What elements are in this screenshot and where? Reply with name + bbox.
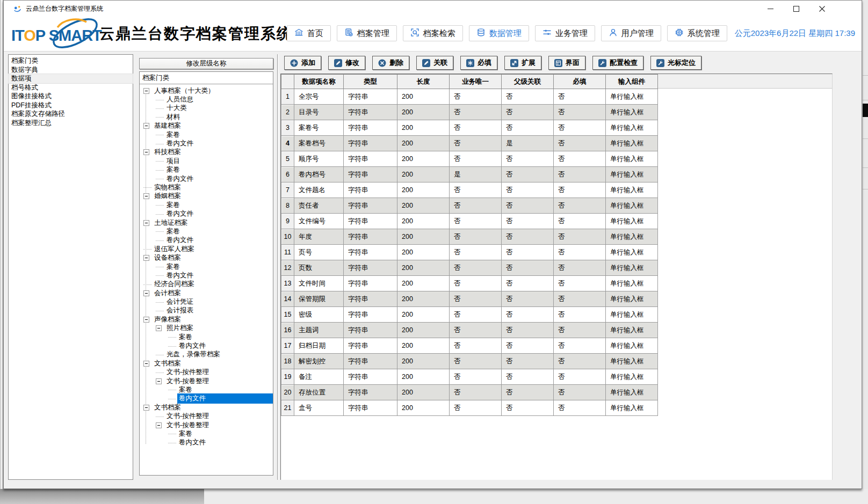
tree-node[interactable]: 卷内文件 (140, 236, 273, 245)
tree-node[interactable]: 人事档案（十大类） (140, 86, 273, 95)
table-row[interactable]: 11页号字符串200否否否单行输入框 (281, 245, 658, 260)
tree-node[interactable]: 卷内文件 (140, 209, 273, 218)
tree-node[interactable]: 声像档案 (140, 315, 273, 324)
tree-node[interactable]: 卷内文件 (140, 271, 273, 280)
tree-node[interactable]: 实物档案 (140, 183, 273, 192)
tree-node[interactable]: 卷内文件 (140, 395, 273, 403)
collapse-expander-icon[interactable] (143, 193, 149, 199)
tree-node[interactable]: 文书-按件整理 (140, 368, 273, 377)
sidebar-item-8[interactable]: 档案整理汇总 (9, 119, 133, 128)
row-number-cell[interactable]: 12 (281, 260, 294, 276)
tree-node[interactable]: 经济合同档案 (140, 280, 273, 289)
tree-node[interactable]: 文书-按卷整理 (140, 377, 273, 385)
tree-node[interactable]: 文书档案 (140, 403, 273, 412)
tree-node[interactable]: 卷内文件 (140, 139, 273, 148)
collapse-expander-icon[interactable] (143, 220, 149, 226)
row-number-cell[interactable]: 10 (281, 229, 294, 245)
collapse-expander-icon[interactable] (143, 317, 149, 323)
table-row[interactable]: 4案卷档号字符串200否是否单行输入框 (281, 136, 658, 151)
nav-archive-search[interactable]: 档案检索 (403, 25, 463, 41)
row-number-cell[interactable]: 20 (281, 385, 294, 400)
tree-node[interactable]: 人员信息 (140, 95, 273, 104)
row-number-cell[interactable]: 11 (281, 245, 294, 260)
row-number-cell[interactable]: 5 (281, 151, 294, 167)
nav-archive-management[interactable]: 档案管理 (337, 25, 397, 41)
row-number-cell[interactable]: 9 (281, 214, 294, 229)
tree-node[interactable]: 卷内文件 (140, 341, 273, 350)
tree-node[interactable]: 项目 (140, 157, 273, 165)
table-row[interactable]: 14保管期限字符串200否否否单行输入框 (281, 291, 658, 307)
cursor-locate-button[interactable]: 光标定位 (650, 56, 701, 70)
tree-node[interactable]: 十大类 (140, 104, 273, 113)
table-row[interactable]: 5顺序号字符串200否否否单行输入框 (281, 151, 658, 167)
table-row[interactable]: 2目录号字符串200否否否单行输入框 (281, 105, 658, 120)
tree-node[interactable]: 案卷 (140, 227, 273, 236)
table-row[interactable]: 6卷内档号字符串200是否否单行输入框 (281, 167, 658, 182)
tree-node[interactable]: 卷内文件 (140, 439, 273, 447)
row-number-cell[interactable]: 14 (281, 291, 294, 307)
table-row[interactable]: 20存放位置字符串200否否否单行输入框 (281, 385, 658, 400)
table-row[interactable]: 8责任者字符串200否否否单行输入框 (281, 198, 658, 214)
tree-node[interactable]: 科技档案 (140, 148, 273, 157)
sidebar-item-5[interactable]: 图像挂接格式 (9, 92, 133, 101)
collapse-expander-icon[interactable] (143, 290, 149, 296)
row-number-cell[interactable]: 8 (281, 198, 294, 214)
sidebar-item-7[interactable]: 档案原文存储路径 (9, 109, 133, 119)
row-number-cell[interactable]: 17 (281, 338, 294, 354)
relate-button[interactable]: 关联 (416, 56, 453, 70)
sidebar-item-3[interactable]: 数据项 (9, 74, 133, 83)
interface-button[interactable]: 界面 (548, 56, 585, 70)
rename-level-button[interactable]: 修改层级名称 (139, 58, 273, 69)
nav-home[interactable]: 首页 (287, 25, 331, 41)
tree-node[interactable]: 案卷 (140, 166, 273, 174)
tree-node[interactable]: 基建档案 (140, 122, 273, 130)
table-row[interactable]: 3案卷号字符串200否否否单行输入框 (281, 120, 658, 136)
tree-node[interactable]: 案卷 (140, 429, 273, 438)
tree-node[interactable]: 案卷 (140, 262, 273, 271)
table-row[interactable]: 1全宗号字符串200否否否单行输入框 (281, 89, 658, 105)
table-row[interactable]: 18解密划控字符串200否否否单行输入框 (281, 354, 658, 369)
table-row[interactable]: 7文件题名字符串200否否否单行输入框 (281, 182, 658, 198)
sidebar-item-1[interactable]: 档案门类 (9, 56, 133, 65)
collapse-expander-icon[interactable] (143, 405, 149, 411)
row-number-cell[interactable]: 16 (281, 323, 294, 338)
nav-system-management[interactable]: 系统管理 (667, 25, 727, 41)
tree-node[interactable]: 会计报表 (140, 306, 273, 315)
table-row[interactable]: 13文件时间字符串200否否否单行输入框 (281, 276, 658, 291)
add-button[interactable]: 添加 (284, 56, 321, 70)
collapse-expander-icon[interactable] (143, 361, 149, 367)
collapse-expander-icon[interactable] (156, 422, 162, 428)
row-number-cell[interactable]: 15 (281, 307, 294, 323)
tree-node[interactable]: 土地证档案 (140, 218, 273, 227)
tree-node[interactable]: 文书-按件整理 (140, 412, 273, 420)
row-number-cell[interactable]: 7 (281, 182, 294, 198)
collapse-expander-icon[interactable] (143, 255, 149, 261)
tree-node[interactable]: 光盘，录像带档案 (140, 350, 273, 359)
tree-node[interactable]: 会计档案 (140, 289, 273, 297)
tree-node[interactable]: 会计凭证 (140, 297, 273, 306)
sidebar-item-6[interactable]: PDF挂接格式 (9, 101, 133, 110)
panel-splitter[interactable] (277, 54, 278, 480)
maximize-button[interactable] (783, 1, 809, 17)
row-number-cell[interactable]: 13 (281, 276, 294, 291)
nav-user-management[interactable]: 用户管理 (601, 25, 661, 41)
config-check-button[interactable]: 配置检查 (592, 56, 643, 70)
table-row[interactable]: 17归档日期字符串200否否否单行输入框 (281, 338, 658, 354)
table-row[interactable]: 10年度字符串200否否否单行输入框 (281, 229, 658, 245)
collapse-expander-icon[interactable] (143, 149, 149, 155)
row-number-cell[interactable]: 1 (281, 89, 294, 105)
table-row[interactable]: 12页数字符串200否否否单行输入框 (281, 260, 658, 276)
collapse-expander-icon[interactable] (156, 325, 162, 331)
table-row[interactable]: 16主题词字符串200否否否单行输入框 (281, 323, 658, 338)
tree-node[interactable]: 案卷 (140, 130, 273, 139)
sidebar-item-4[interactable]: 档号格式 (9, 83, 133, 92)
table-row[interactable]: 21盒号字符串200否否否单行输入框 (281, 400, 658, 416)
nav-business-management[interactable]: 业务管理 (535, 25, 595, 41)
table-row[interactable]: 9文件编号字符串200否否否单行输入框 (281, 214, 658, 229)
row-number-cell[interactable]: 2 (281, 105, 294, 120)
close-button[interactable] (809, 1, 835, 17)
collapse-expander-icon[interactable] (156, 378, 162, 384)
tree-node[interactable]: 退伍军人档案 (140, 245, 273, 253)
row-number-cell[interactable]: 18 (281, 354, 294, 369)
collapse-expander-icon[interactable] (143, 88, 149, 94)
